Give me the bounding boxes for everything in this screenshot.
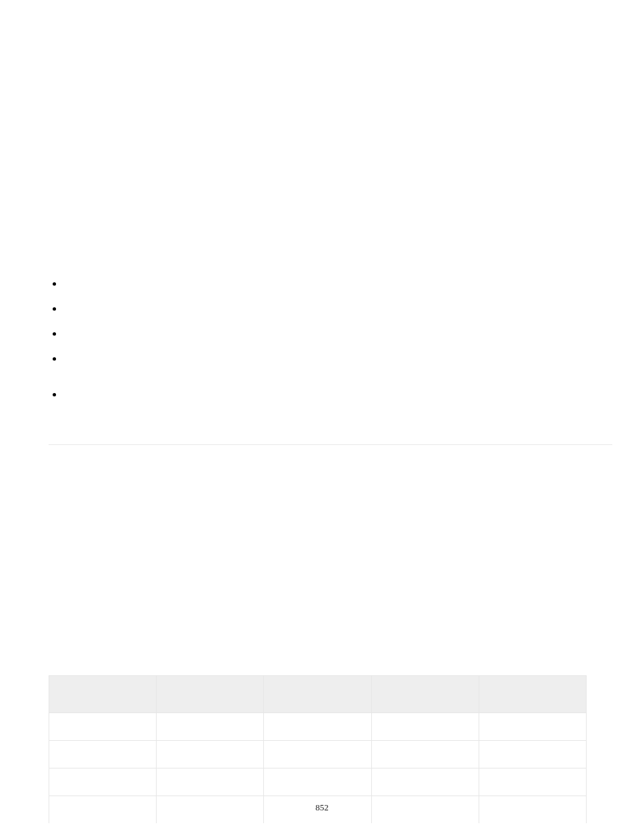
table-header-cell (49, 676, 157, 713)
table-header-cell (264, 676, 371, 713)
list-item (53, 328, 606, 336)
table-cell (371, 741, 479, 768)
table-cell (264, 768, 371, 796)
table-cell (264, 713, 371, 741)
table-header-row (49, 676, 587, 713)
table-cell (49, 768, 157, 796)
table-cell (264, 741, 371, 768)
table-cell (371, 713, 479, 741)
bullet-icon (53, 307, 56, 311)
list-item (53, 303, 606, 311)
table-header-cell (479, 676, 586, 713)
bullet-list (53, 278, 606, 414)
list-item (53, 278, 606, 286)
table-row (49, 713, 587, 741)
bullet-icon (53, 282, 56, 286)
data-table (49, 675, 587, 823)
table-row (49, 768, 587, 796)
table-cell (479, 741, 586, 768)
document-page: 852 (0, 0, 644, 834)
horizontal-rule (49, 444, 612, 445)
table-header-cell (157, 676, 264, 713)
bullet-icon (53, 357, 56, 361)
page-number: 852 (0, 802, 644, 813)
table-cell (49, 741, 157, 768)
bullet-icon (53, 393, 56, 396)
table-cell (49, 713, 157, 741)
table-cell (479, 713, 586, 741)
table-cell (157, 713, 264, 741)
table-cell (157, 768, 264, 796)
table-header-cell (371, 676, 479, 713)
bullet-icon (53, 332, 56, 336)
table-cell (479, 768, 586, 796)
list-item (53, 353, 606, 361)
table-row (49, 741, 587, 768)
table-cell (371, 768, 479, 796)
list-item (53, 389, 606, 396)
table-cell (157, 741, 264, 768)
